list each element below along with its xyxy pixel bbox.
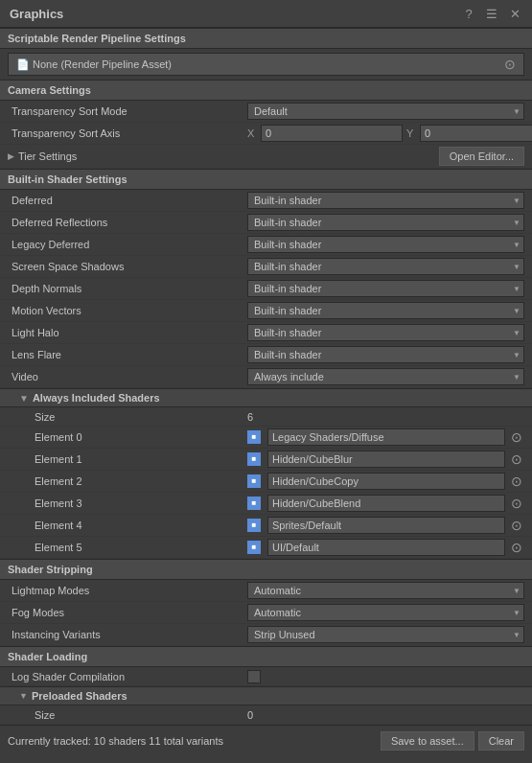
help-icon[interactable]: ? xyxy=(461,6,476,21)
element-5-value: ■ ⊙ xyxy=(247,539,524,556)
lens-flare-label: Lens Flare xyxy=(8,349,247,360)
preloaded-triangle-icon[interactable]: ▼ xyxy=(19,691,28,701)
element-0-select-icon[interactable]: ⊙ xyxy=(509,429,524,445)
transparency-sort-mode-dropdown[interactable]: Default xyxy=(247,103,524,120)
video-row: Video Always include xyxy=(0,366,532,388)
built-in-shader-header: Built-in Shader Settings xyxy=(0,169,532,190)
preloaded-shaders-header: ▼ Preloaded Shaders xyxy=(0,686,532,705)
tier-settings-row: ▶ Tier Settings Open Editor... xyxy=(0,145,532,169)
element-2-input[interactable] xyxy=(267,473,505,490)
element-2-value: ■ ⊙ xyxy=(247,473,524,490)
clear-button[interactable]: Clear xyxy=(478,731,524,751)
lens-flare-dropdown[interactable]: Built-in shader xyxy=(247,346,524,363)
element-5-row: Element 5 ■ ⊙ xyxy=(0,537,532,559)
panel-title: Graphics xyxy=(10,7,63,21)
title-icons: ? ☰ ✕ xyxy=(461,6,522,21)
element-2-select-icon[interactable]: ⊙ xyxy=(509,474,524,489)
element-1-input[interactable] xyxy=(267,451,505,468)
element-5-shader-icon: ■ xyxy=(247,541,261,554)
graphics-panel: Graphics ? ☰ ✕ Scriptable Render Pipelin… xyxy=(0,0,532,756)
depth-normals-dropdown[interactable]: Built-in shader xyxy=(247,280,524,297)
menu-icon[interactable]: ☰ xyxy=(484,6,499,21)
element-0-label: Element 0 xyxy=(8,431,247,443)
open-editor-button[interactable]: Open Editor... xyxy=(439,147,524,166)
tier-triangle-icon[interactable]: ▶ xyxy=(8,151,14,161)
motion-vectors-dropdown[interactable]: Built-in shader xyxy=(247,302,524,319)
log-shader-value xyxy=(247,670,524,683)
element-2-row: Element 2 ■ ⊙ xyxy=(0,471,532,493)
element-3-input[interactable] xyxy=(267,495,505,512)
always-included-size-row: Size 6 xyxy=(0,407,532,427)
fog-modes-dropdown[interactable]: Automatic xyxy=(247,604,524,621)
element-2-shader-icon: ■ xyxy=(247,474,261,488)
deferred-dropdown-wrap: Built-in shader xyxy=(247,192,524,209)
element-1-row: Element 1 ■ ⊙ xyxy=(0,449,532,471)
element-0-shader-icon: ■ xyxy=(247,430,261,444)
element-4-shader-icon: ■ xyxy=(247,519,261,532)
motion-vectors-row: Motion Vectors Built-in shader xyxy=(0,300,532,322)
close-icon[interactable]: ✕ xyxy=(507,6,522,21)
instancing-variants-row: Instancing Variants Strip Unused xyxy=(0,624,532,646)
element-4-input[interactable] xyxy=(267,517,505,534)
shader-loading-header: Shader Loading xyxy=(0,646,532,667)
deferred-reflections-row: Deferred Reflections Built-in shader xyxy=(0,212,532,234)
title-bar: Graphics ? ☰ ✕ xyxy=(0,0,532,28)
transparency-sort-axis-value: X Y Z xyxy=(247,125,532,142)
camera-settings-header: Camera Settings xyxy=(0,80,532,101)
depth-normals-dropdown-wrap: Built-in shader xyxy=(247,280,524,297)
element-4-select-icon[interactable]: ⊙ xyxy=(509,518,524,533)
render-pipeline-select-icon[interactable]: ⊙ xyxy=(504,57,516,72)
log-shader-row: Log Shader Compilation xyxy=(0,667,532,686)
screen-space-shadows-label: Screen Space Shadows xyxy=(8,261,247,272)
element-3-shader-icon: ■ xyxy=(247,497,261,510)
deferred-dropdown[interactable]: Built-in shader xyxy=(247,192,524,209)
legacy-deferred-dropdown-wrap: Built-in shader xyxy=(247,236,524,253)
element-0-input[interactable] xyxy=(267,428,505,446)
always-included-triangle-icon[interactable]: ▼ xyxy=(19,393,29,404)
light-halo-row: Light Halo Built-in shader xyxy=(0,322,532,344)
depth-normals-label: Depth Normals xyxy=(8,283,247,294)
light-halo-dropdown-wrap: Built-in shader xyxy=(247,324,524,341)
instancing-variants-dropdown[interactable]: Strip Unused xyxy=(247,626,524,643)
screen-space-shadows-dropdown-wrap: Built-in shader xyxy=(247,258,524,275)
shader-stripping-header: Shader Stripping xyxy=(0,559,532,580)
always-included-header: ▼ Always Included Shaders xyxy=(0,388,532,407)
element-1-shader-icon: ■ xyxy=(247,452,261,466)
element-1-select-icon[interactable]: ⊙ xyxy=(509,451,524,467)
log-shader-checkbox[interactable] xyxy=(247,670,261,683)
deferred-reflections-dropdown[interactable]: Built-in shader xyxy=(247,214,524,231)
lens-flare-dropdown-wrap: Built-in shader xyxy=(247,346,524,363)
instancing-variants-dropdown-wrap: Strip Unused xyxy=(247,626,524,643)
legacy-deferred-dropdown[interactable]: Built-in shader xyxy=(247,236,524,253)
legacy-deferred-row: Legacy Deferred Built-in shader xyxy=(0,234,532,256)
element-3-label: Element 3 xyxy=(8,497,247,509)
render-pipeline-asset-row[interactable]: 📄 None (Render Pipeline Asset) ⊙ xyxy=(8,53,524,76)
bottom-bar: Currently tracked: 10 shaders 11 total v… xyxy=(0,725,532,756)
always-included-size-label: Size xyxy=(8,411,247,423)
save-to-asset-button[interactable]: Save to asset... xyxy=(381,731,474,751)
element-3-select-icon[interactable]: ⊙ xyxy=(509,496,524,511)
element-5-label: Element 5 xyxy=(8,542,247,553)
bottom-buttons: Save to asset... Clear xyxy=(381,731,524,751)
screen-space-shadows-dropdown[interactable]: Built-in shader xyxy=(247,258,524,275)
fog-modes-label: Fog Modes xyxy=(8,607,247,618)
transparency-sort-mode-label: Transparency Sort Mode xyxy=(8,105,247,117)
video-dropdown[interactable]: Always include xyxy=(247,368,524,385)
video-label: Video xyxy=(8,371,247,382)
element-4-label: Element 4 xyxy=(8,520,247,531)
element-4-value: ■ ⊙ xyxy=(247,517,524,534)
x-input[interactable] xyxy=(261,125,403,142)
screen-space-shadows-row: Screen Space Shadows Built-in shader xyxy=(0,256,532,278)
lightmap-modes-dropdown[interactable]: Automatic xyxy=(247,582,524,599)
y-input[interactable] xyxy=(420,125,532,142)
motion-vectors-dropdown-wrap: Built-in shader xyxy=(247,302,524,319)
element-5-input[interactable] xyxy=(267,539,505,556)
light-halo-dropdown[interactable]: Built-in shader xyxy=(247,324,524,341)
scriptable-render-header: Scriptable Render Pipeline Settings xyxy=(0,28,532,49)
element-5-select-icon[interactable]: ⊙ xyxy=(509,540,524,555)
transparency-sort-axis-label: Transparency Sort Axis xyxy=(8,127,247,139)
element-4-row: Element 4 ■ ⊙ xyxy=(0,515,532,537)
preloaded-size-value: 0 xyxy=(247,709,524,721)
preloaded-size-row: Size 0 xyxy=(0,705,532,725)
transparency-sort-mode-value: Default xyxy=(247,103,524,120)
